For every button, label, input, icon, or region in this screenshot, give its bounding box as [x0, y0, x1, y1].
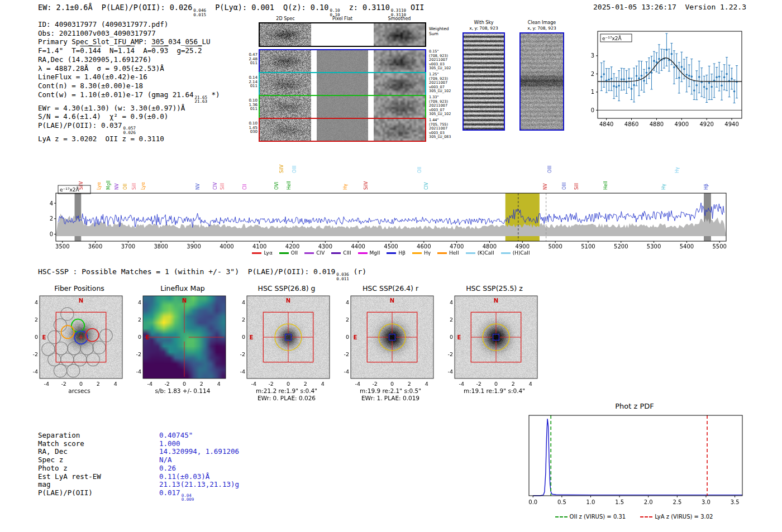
info-line: Obs: 20211007v003_4090317977	[38, 29, 220, 38]
legend-label: CIII	[343, 250, 351, 256]
spectrum-line-legend: LyαOIICIVCIIIMgIIHβHγHeII(K)CaII(H)CaII	[56, 250, 726, 256]
uncertainty-lo: 0.015	[193, 13, 206, 17]
report-timestamp-version: 2025-01-05 13:26:17 Version 1.22.3	[593, 3, 746, 11]
cutout-caption: s/b: 1.83 +/- 0.114	[130, 387, 236, 394]
spec2d-col-header: Smoothed	[374, 16, 425, 21]
spec2d-row-frame	[259, 118, 426, 142]
legend-label: HeII	[449, 250, 459, 256]
legend-item: Hγ	[412, 250, 431, 256]
legend-swatch	[501, 252, 511, 254]
spec2d-row-frame	[259, 95, 426, 119]
photz-pdf-canvas	[522, 411, 747, 509]
cutout-caption: EWr: 0. PLAE: 0.026	[233, 395, 340, 401]
match-value: 21.13(21.13,21.13)g	[159, 481, 239, 489]
match-value: 1.000	[159, 440, 180, 448]
text-segment: 0.26	[159, 464, 176, 472]
legend-label: CIV	[316, 250, 325, 256]
text-segment: 21.13(21.13,21.13)g	[159, 480, 239, 488]
text-segment: 0.017	[159, 488, 180, 497]
text-segment: Cont(w) = 1.10(±0.01)e-17 (gmag 21.64	[38, 90, 193, 99]
text-segment: LyA z = 3.0202 OII z = 0.3110	[38, 135, 164, 143]
info-line: Cont(n) = 8.30(±0.00)e-18	[38, 82, 220, 90]
legend-item: Lyα	[252, 250, 272, 256]
spec2d-weighted-label: Weighted Sum	[429, 27, 449, 36]
catalog-match-table: Separation0.40745"Match score1.000RA, De…	[38, 432, 239, 502]
spec2d-row-image	[260, 73, 425, 95]
text-segment: z: 0.3110	[340, 3, 389, 12]
text-segment: N/A	[159, 456, 172, 464]
cutout-panel-title: Lineflux Map	[130, 284, 236, 293]
photz-legend-swatch	[555, 516, 568, 517]
match-value: 0.26	[159, 464, 176, 473]
clean-image-frame	[519, 32, 564, 131]
text-segment: ID: 4090317977 (4090317977.pdf)	[38, 20, 168, 28]
spec2d-row-left-label: 0.14 2.14 011	[246, 76, 258, 89]
cutout-canvas	[441, 294, 547, 391]
text-segment: P(Lyα): 0.001 Q(z): 0.10	[206, 3, 328, 12]
text-segment: λ = 4887.28Å σ = 9.05(±2.53)Å	[38, 64, 164, 73]
legend-swatch	[304, 252, 314, 254]
text-segment: P(LAE)/P(OII): 0.037	[38, 121, 122, 130]
info-line: F=1.4" T=0.144 N=1.14 A=0.93 g=25.2	[38, 46, 220, 55]
text-segment: A=	[135, 46, 151, 55]
uncertainty-stack: 0.0460.015	[193, 8, 206, 17]
legend-swatch	[412, 252, 422, 254]
text-segment: (r)	[349, 267, 366, 276]
match-row: Est LyA rest-EW0.11(±0.03)Å	[38, 473, 239, 481]
legend-item: (H)CaII	[501, 250, 530, 256]
uncertainty-lo: 21.63	[194, 99, 207, 104]
text-segment: 14.320994, 1.691206	[159, 447, 239, 456]
text-segment: F=1.4" T=	[38, 46, 80, 55]
legend-item: (K)CaII	[466, 250, 494, 256]
info-line: λ = 4887.28Å σ = 9.05(±2.53)Å	[38, 64, 220, 73]
uncertainty-stack: 0.040.009	[182, 493, 194, 502]
match-row: RA, Dec14.320994, 1.691206	[38, 448, 239, 456]
uncertainty-stack: 0.31100.3110	[391, 8, 406, 17]
legend-swatch	[358, 252, 368, 254]
match-value: 0.0170.040.009	[159, 489, 194, 502]
match-row: P(LAE)/P(OII)0.0170.040.009	[38, 489, 239, 502]
info-line: Cont(w) = 1.10(±0.01)e-17 (gmag 21.6421.…	[38, 90, 220, 104]
text-segment: EWr = 4.30(±1.30) (w: 3.30(±0.97))Å	[38, 104, 185, 112]
spec2d-row-left-label: 0.10 1.45 030	[246, 122, 258, 135]
cutout-caption: EWr: 1. PLAE: 0.019	[337, 395, 444, 401]
spec2d-row-left-label: 0.47 2.48 011	[246, 53, 258, 66]
cutout-caption: m:21.2 re:1.9" s:0.4"	[233, 387, 340, 394]
header-summary-line: EW: 2.1±0.6Å P(LAE)/P(OII): 0.0260.0460.…	[38, 3, 424, 17]
legend-swatch	[331, 252, 341, 254]
text-segment: OII	[406, 3, 425, 12]
elixer-report-page: EW: 2.1±0.6Å P(LAE)/P(OII): 0.0260.0460.…	[0, 0, 782, 532]
text-segment: S/N = 4.6(±1.4) χ² = 0.9(±0.0)	[38, 112, 168, 121]
spacer	[676, 3, 685, 11]
photz-legend-label: LyA z (VIRUS) = 3.02	[655, 514, 713, 520]
match-label: P(LAE)/P(OII)	[38, 489, 159, 502]
info-line: Primary Spec_Slot_IFU_AMP: 305_034_056_L…	[38, 37, 220, 46]
spec2d-row-frame	[259, 72, 426, 96]
match-label: mag	[38, 481, 159, 489]
match-value: 0.40745"	[159, 432, 193, 440]
cutout-panel-title: HSC SSP(25.5) z	[441, 284, 547, 293]
text-segment: 0.144	[80, 46, 101, 55]
match-row: Spec zN/A	[38, 456, 239, 464]
hsc-match-summary-line: HSC-SSP : Possible Matches = 1 (within +…	[38, 267, 366, 281]
spec2d-row-right-label: 1.44" (705, 755) 20211007 v003_03 305_LU…	[429, 118, 456, 140]
detection-info-block: ID: 4090317977 (4090317977.pdf)Obs: 2021…	[38, 20, 220, 143]
uncertainty-stack: 0.100.10	[330, 8, 340, 17]
info-line: RA,Dec (14.320905,1.691276)	[38, 55, 220, 64]
legend-label: MgII	[370, 250, 380, 256]
cutout-caption: m:19.1 re:1.9" s:0.4"	[441, 387, 547, 394]
legend-label: Lyα	[264, 250, 272, 256]
legend-swatch	[252, 252, 261, 254]
spec2d-row-frame	[259, 22, 426, 47]
legend-label: (K)CaII	[478, 250, 494, 256]
text-segment: 1.14	[118, 46, 135, 55]
cutout-panel-title: HSC SSP(26.4) r	[337, 284, 444, 293]
legend-swatch	[387, 252, 396, 254]
spec2d-row-image	[260, 50, 425, 72]
uncertainty-lo: 0.011	[336, 277, 349, 281]
info-line: S/N = 4.6(±1.4) χ² = 0.9(±0.0)	[38, 112, 220, 121]
text-segment: N=	[101, 46, 118, 55]
spec2d-row-right-label: 0.15" (708, 923) 20211007 v003_03 305_LU…	[429, 50, 456, 71]
spec2d-col-header: 2D Spec	[260, 16, 311, 21]
match-value: 14.320994, 1.691206	[159, 448, 239, 456]
